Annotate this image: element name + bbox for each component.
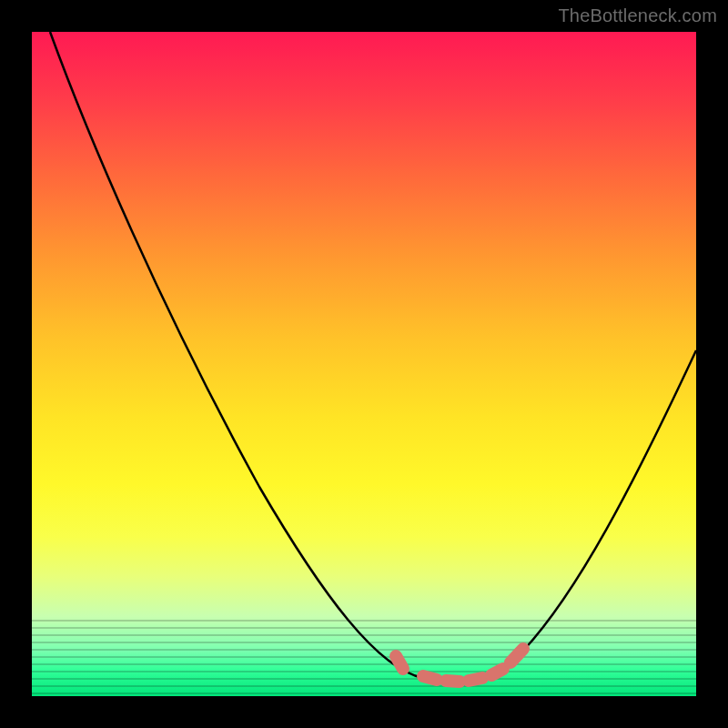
svg-line-3 xyxy=(469,678,482,681)
svg-line-2 xyxy=(446,681,460,682)
svg-line-1 xyxy=(423,676,437,680)
svg-line-0 xyxy=(396,656,403,669)
svg-line-4 xyxy=(491,669,503,675)
curve-svg xyxy=(32,32,696,696)
plot-area xyxy=(32,32,696,696)
svg-line-5 xyxy=(511,649,523,662)
watermark-text: TheBottleneck.com xyxy=(558,5,717,26)
bottleneck-curve xyxy=(50,32,696,681)
chart-frame: TheBottleneck.com xyxy=(0,0,728,728)
